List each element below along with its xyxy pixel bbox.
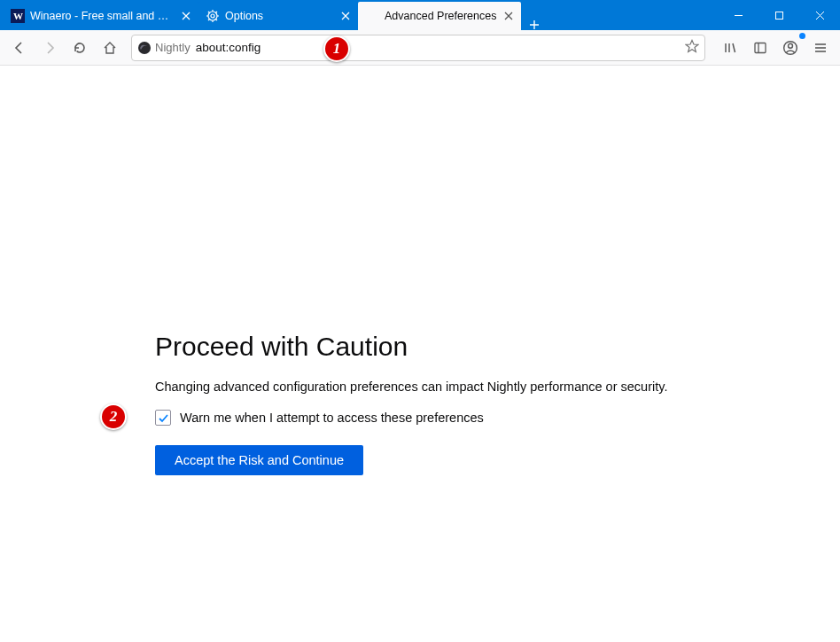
svg-rect-13 <box>775 12 782 19</box>
back-button[interactable] <box>5 34 34 62</box>
svg-line-8 <box>208 12 210 13</box>
annotation-callout-2: 2 <box>100 403 127 430</box>
warning-description: Changing advanced configuration preferen… <box>155 380 704 394</box>
svg-point-21 <box>789 43 793 48</box>
close-tab-icon[interactable] <box>502 9 516 23</box>
tab-winaero[interactable]: W Winaero - Free small and usef… <box>4 2 198 30</box>
new-tab-button[interactable] <box>521 20 548 30</box>
tab-label: Options <box>225 10 333 22</box>
warn-checkbox-row: Warn me when I attempt to access these p… <box>155 410 704 426</box>
tab-advanced-preferences[interactable]: Advanced Preferences <box>358 2 521 30</box>
minimize-button[interactable] <box>718 0 758 30</box>
maximize-button[interactable] <box>758 0 799 30</box>
home-button[interactable] <box>96 34 124 62</box>
winaero-favicon: W <box>11 9 25 23</box>
tab-label: Winaero - Free small and usef… <box>30 10 174 22</box>
svg-line-17 <box>733 43 735 52</box>
url-bar[interactable]: Nightly about:config <box>131 35 705 61</box>
close-tab-icon[interactable] <box>338 9 353 23</box>
svg-line-10 <box>216 12 218 13</box>
titlebar: W Winaero - Free small and usef… Options… <box>0 0 840 30</box>
svg-rect-18 <box>755 43 766 52</box>
blank-favicon <box>365 9 379 23</box>
svg-line-11 <box>208 20 210 21</box>
window-controls <box>718 0 840 30</box>
gear-icon <box>206 9 220 23</box>
close-tab-icon[interactable] <box>179 9 193 23</box>
nightly-icon <box>137 41 152 55</box>
about-config-warning: Proceed with Caution Changing advanced c… <box>155 332 704 475</box>
identity-box[interactable]: Nightly <box>137 41 191 55</box>
library-button[interactable] <box>716 34 744 62</box>
tab-label: Advanced Preferences <box>385 10 496 22</box>
svg-line-9 <box>216 20 218 21</box>
app-menu-button[interactable] <box>806 34 835 62</box>
warning-title: Proceed with Caution <box>155 332 704 362</box>
warn-checkbox[interactable] <box>155 410 171 426</box>
accept-risk-button[interactable]: Accept the Risk and Continue <box>155 445 363 475</box>
svg-point-14 <box>138 42 151 54</box>
forward-button[interactable] <box>35 34 64 62</box>
notification-dot-icon <box>799 33 805 39</box>
page-content: Proceed with Caution Changing advanced c… <box>0 66 840 642</box>
tab-options[interactable]: Options <box>198 2 358 30</box>
reload-button[interactable] <box>66 34 94 62</box>
svg-text:W: W <box>13 11 23 21</box>
identity-label: Nightly <box>155 41 191 54</box>
annotation-callout-1: 1 <box>323 35 350 62</box>
bookmark-star-icon[interactable] <box>685 39 699 56</box>
navigation-toolbar: Nightly about:config <box>0 30 840 66</box>
warn-checkbox-label: Warn me when I attempt to access these p… <box>180 411 484 425</box>
svg-point-3 <box>211 14 214 18</box>
sidebar-button[interactable] <box>746 34 774 62</box>
account-button[interactable] <box>776 34 805 62</box>
url-text: about:config <box>196 41 261 54</box>
close-window-button[interactable] <box>799 0 840 30</box>
toolbar-right <box>712 34 835 62</box>
tab-strip: W Winaero - Free small and usef… Options… <box>4 0 548 30</box>
